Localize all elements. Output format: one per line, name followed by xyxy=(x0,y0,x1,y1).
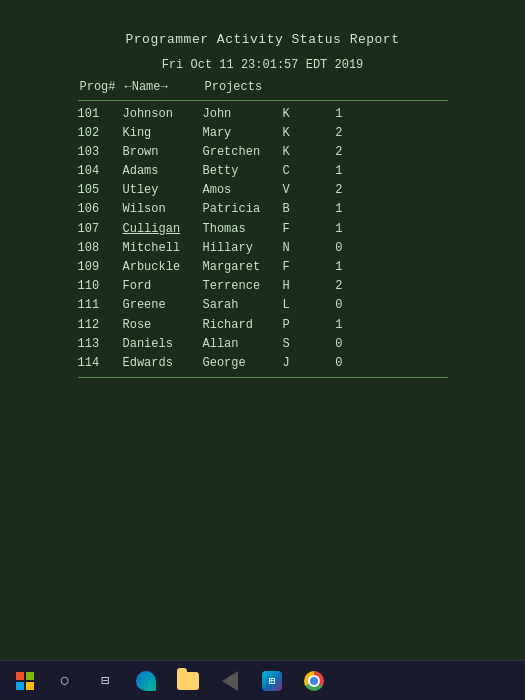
prog-cell: 105 xyxy=(78,181,123,200)
column-headers: Prog# ←Name→ Projects xyxy=(78,78,448,96)
table-row: 108 Mitchell Hillary N 0 xyxy=(78,239,448,258)
table-row: 110 Ford Terrence H 2 xyxy=(78,277,448,296)
bottom-divider xyxy=(78,377,448,378)
mi-cell: F xyxy=(283,220,313,239)
last-name-cell: Adams xyxy=(123,162,203,181)
first-name-cell: Terrence xyxy=(203,277,283,296)
last-name-cell: Utley xyxy=(123,181,203,200)
report-title: Programmer Activity Status Report xyxy=(78,30,448,50)
table-row: 104 Adams Betty C 1 xyxy=(78,162,448,181)
last-name-cell: Rose xyxy=(123,316,203,335)
proj-cell: 1 xyxy=(313,258,343,277)
mi-cell: K xyxy=(283,143,313,162)
table-row: 111 Greene Sarah L 0 xyxy=(78,296,448,315)
prog-cell: 111 xyxy=(78,296,123,315)
table-row: 102 King Mary K 2 xyxy=(78,124,448,143)
first-name-cell: Sarah xyxy=(203,296,283,315)
prog-header: Prog# xyxy=(80,78,125,96)
proj-cell: 0 xyxy=(313,335,343,354)
mi-cell: B xyxy=(283,200,313,219)
search-button[interactable]: ○ xyxy=(48,664,82,698)
proj-cell: 0 xyxy=(313,296,343,315)
last-name-cell: Johnson xyxy=(123,105,203,124)
mi-cell: J xyxy=(283,354,313,373)
start-button[interactable] xyxy=(8,664,42,698)
first-name-cell: Gretchen xyxy=(203,143,283,162)
last-name-cell: Greene xyxy=(123,296,203,315)
proj-cell: 1 xyxy=(313,220,343,239)
table-row: 106 Wilson Patricia B 1 xyxy=(78,200,448,219)
mi-cell: N xyxy=(283,239,313,258)
first-name-cell: Thomas xyxy=(203,220,283,239)
report-container: Programmer Activity Status Report Fri Oc… xyxy=(78,30,448,382)
mi-cell: H xyxy=(283,277,313,296)
table-row: 109 Arbuckle Margaret F 1 xyxy=(78,258,448,277)
store-button[interactable]: ⊞ xyxy=(254,663,290,699)
prog-cell: 102 xyxy=(78,124,123,143)
data-table: 101 Johnson John K 1 102 King Mary K 2 1… xyxy=(78,105,448,374)
last-name-cell: Culligan xyxy=(123,220,203,239)
mi-cell: V xyxy=(283,181,313,200)
mi-cell: L xyxy=(283,296,313,315)
last-name-cell: Edwards xyxy=(123,354,203,373)
first-name-cell: Betty xyxy=(203,162,283,181)
last-name-cell: Ford xyxy=(123,277,203,296)
proj-cell: 0 xyxy=(313,239,343,258)
store-icon: ⊞ xyxy=(262,671,282,691)
name-header: ←Name→ xyxy=(125,78,205,96)
task-view-button[interactable]: ⊟ xyxy=(88,664,122,698)
proj-cell: 1 xyxy=(313,162,343,181)
first-name-cell: Amos xyxy=(203,181,283,200)
mi-cell: S xyxy=(283,335,313,354)
prog-cell: 108 xyxy=(78,239,123,258)
first-name-cell: John xyxy=(203,105,283,124)
search-icon: ○ xyxy=(60,671,71,691)
mi-cell: F xyxy=(283,258,313,277)
proj-cell: 2 xyxy=(313,277,343,296)
prog-cell: 103 xyxy=(78,143,123,162)
edge-icon xyxy=(136,671,156,691)
proj-cell: 1 xyxy=(313,200,343,219)
chrome-button[interactable] xyxy=(296,663,332,699)
report-date: Fri Oct 11 23:01:57 EDT 2019 xyxy=(78,56,448,74)
last-name-cell: Arbuckle xyxy=(123,258,203,277)
folder-icon xyxy=(177,672,199,690)
file-explorer-button[interactable] xyxy=(170,663,206,699)
mi-cell: P xyxy=(283,316,313,335)
proj-cell: 0 xyxy=(313,354,343,373)
proj-cell: 2 xyxy=(313,181,343,200)
prog-cell: 114 xyxy=(78,354,123,373)
top-divider xyxy=(78,100,448,101)
first-name-cell: Richard xyxy=(203,316,283,335)
back-button[interactable] xyxy=(212,663,248,699)
first-name-cell: Patricia xyxy=(203,200,283,219)
prog-cell: 112 xyxy=(78,316,123,335)
chrome-icon xyxy=(304,671,324,691)
windows-icon xyxy=(16,672,34,690)
proj-cell: 1 xyxy=(313,316,343,335)
edge-button[interactable] xyxy=(128,663,164,699)
proj-cell: 1 xyxy=(313,105,343,124)
last-name-cell: King xyxy=(123,124,203,143)
table-row: 113 Daniels Allan S 0 xyxy=(78,335,448,354)
mi-cell: K xyxy=(283,124,313,143)
table-row: 112 Rose Richard P 1 xyxy=(78,316,448,335)
table-row: 105 Utley Amos V 2 xyxy=(78,181,448,200)
task-view-icon: ⊟ xyxy=(101,672,109,689)
prog-cell: 110 xyxy=(78,277,123,296)
mi-cell: K xyxy=(283,105,313,124)
arrow-icon xyxy=(222,671,238,691)
prog-cell: 104 xyxy=(78,162,123,181)
table-row: 114 Edwards George J 0 xyxy=(78,354,448,373)
proj-cell: 2 xyxy=(313,143,343,162)
last-name-cell: Brown xyxy=(123,143,203,162)
screen: Programmer Activity Status Report Fri Oc… xyxy=(0,0,525,660)
prog-cell: 113 xyxy=(78,335,123,354)
proj-cell: 2 xyxy=(313,124,343,143)
projects-header: Projects xyxy=(205,78,285,96)
last-name-cell: Daniels xyxy=(123,335,203,354)
prog-cell: 109 xyxy=(78,258,123,277)
table-row: 101 Johnson John K 1 xyxy=(78,105,448,124)
first-name-cell: Allan xyxy=(203,335,283,354)
prog-cell: 101 xyxy=(78,105,123,124)
